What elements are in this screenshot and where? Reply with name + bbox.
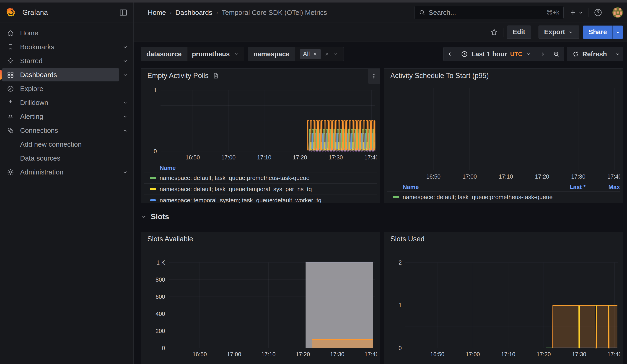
chevron-up-icon[interactable] [119,124,132,137]
active-indicator [0,70,1,80]
svg-text:16:50: 16:50 [430,351,445,357]
breadcrumb-dashboards[interactable]: Dashboards [175,9,212,16]
sidebar-item-alerting[interactable]: Alerting [2,110,119,123]
refresh-group: Refresh [567,47,623,61]
namespace-value[interactable]: All [295,47,344,61]
clear-all-icon[interactable] [324,52,329,56]
legend-column-name[interactable]: Name [403,363,419,364]
section-slots[interactable]: Slots [141,209,623,225]
svg-text:1: 1 [399,302,402,308]
svg-text:16:50: 16:50 [192,351,207,357]
panel-legend: NameLast *namespace: default; task_queue… [387,362,620,364]
share-menu-button[interactable] [612,26,623,39]
panel-legend: NameLast *Maxnamespace: default; task_qu… [387,183,620,203]
time-series-chart[interactable]: 02004006008001 K16:5017:0017:1017:2017:3… [144,246,377,361]
chevron-down-icon [578,9,584,15]
sidebar-item-connections[interactable]: Connections [2,124,119,137]
sidebar-item-starred[interactable]: Starred [2,54,119,67]
legend-column-name[interactable]: Name [159,164,176,171]
chevron-down-icon[interactable] [119,96,132,109]
legend-header: NameLast *Max [387,183,620,191]
share-button[interactable]: Share [583,26,612,39]
svg-text:17:40: 17:40 [607,173,620,180]
sidebar-item-administration[interactable]: Administration [2,166,119,179]
sidebar-row: Explore [0,82,132,95]
legend-column-max[interactable]: Max [586,184,620,191]
breadcrumb-separator: › [216,9,218,16]
favorite-star-icon[interactable] [489,27,500,38]
new-item-button[interactable] [569,9,584,16]
sidebar-item-drilldown[interactable]: Drilldown [2,96,119,109]
sidebar-item-dashboards[interactable]: Dashboards [2,68,119,81]
user-avatar[interactable] [612,7,623,18]
legend-column-last[interactable]: Last * [586,363,620,364]
time-range-group: Last 1 hour UTC [443,47,564,61]
chevron-down-icon[interactable] [119,166,132,179]
chip-remove-icon[interactable] [313,52,317,56]
legend-row[interactable]: namespace: temporal_system; task_queue:d… [144,195,377,203]
chevron-down-icon [333,51,339,57]
svg-text:400: 400 [156,311,165,317]
namespace-label: namespace [248,47,295,61]
sidebar-row: Add new connection [0,138,132,151]
sidebar-item-explore[interactable]: Explore [2,82,119,95]
time-series-chart[interactable]: 01216:5017:0017:1017:2017:3017:40 [387,246,620,361]
grafana-app: Grafana Home › Dashboards › Temporal Cor… [0,0,627,364]
sidebar-item-label: Add new connection [20,141,82,148]
zoom-out-time-button[interactable] [549,47,564,61]
breadcrumb: Home › Dashboards › Temporal Core SDK (O… [148,9,327,16]
time-range-picker[interactable]: Last 1 hour UTC [456,47,536,61]
sidebar-item-add-new-connection[interactable]: Add new connection [2,138,119,151]
toolbar-divider [503,28,503,37]
help-icon[interactable] [593,7,603,18]
datasource-value[interactable]: prometheus [187,47,244,61]
search-box[interactable]: ⌘+k [414,6,564,19]
series-name[interactable]: namespace: default; task_queue:prometheu… [403,194,553,201]
sidebar-item-label: Connections [20,127,58,134]
panel-description-icon[interactable] [212,72,219,79]
refresh-button[interactable]: Refresh [567,47,612,61]
legend-row[interactable]: namespace: default; task_queue:temporal_… [144,183,377,195]
chevron-down-icon[interactable] [119,54,132,67]
svg-text:17:30: 17:30 [328,154,343,160]
svg-text:16:50: 16:50 [186,154,200,160]
chevron-down-icon[interactable] [119,68,132,81]
svg-text:17:00: 17:00 [466,351,480,357]
time-shift-forward-button[interactable] [536,47,549,61]
legend-column-last[interactable]: Last * [343,363,377,364]
time-series-chart[interactable]: 16:5017:0017:1017:2017:3017:40 [387,83,620,182]
namespace-chip[interactable]: All [300,49,321,59]
search-input[interactable] [429,9,543,16]
sidebar-item-home[interactable]: Home [2,26,119,40]
sidebar-item-bookmarks[interactable]: Bookmarks [2,40,119,53]
legend-row[interactable]: namespace: default; task_queue:prometheu… [387,191,620,203]
panel-header[interactable]: Slots Available [144,232,377,246]
legend-column-name[interactable]: Name [403,184,419,191]
sidebar-item-label: Data sources [20,155,60,162]
section-title: Slots [151,212,169,221]
app-body: HomeBookmarksStarredDashboardsExploreDri… [0,23,627,364]
sidebar-toggle-icon[interactable] [118,7,129,18]
legend-row[interactable]: namespace: default; task_queue:prometheu… [144,172,377,183]
grafana-logo-icon[interactable] [5,7,16,18]
panel-menu-icon[interactable] [368,69,380,84]
chevron-down-icon[interactable] [119,41,132,53]
refresh-interval-button[interactable] [612,47,623,61]
time-series-chart[interactable]: 1016:5017:0017:1017:2017:3017:40 [144,83,377,163]
legend-column-name[interactable]: Name [159,363,176,364]
series-name[interactable]: namespace: temporal_system; task_queue:d… [159,197,321,203]
legend-column-last[interactable]: Last * [540,184,586,191]
panel-header[interactable]: Slots Used [387,232,620,246]
chevron-down-icon[interactable] [119,110,132,123]
breadcrumb-home[interactable]: Home [148,9,166,16]
series-name[interactable]: namespace: default; task_queue:prometheu… [159,174,310,182]
series-name[interactable]: namespace: default; task_queue:temporal_… [159,186,312,193]
edit-button[interactable]: Edit [507,26,531,39]
star-icon [7,57,14,64]
export-button[interactable]: Export [538,26,579,39]
sidebar-item-data-sources[interactable]: Data sources [2,152,119,165]
svg-text:17:00: 17:00 [227,351,241,357]
panel-header[interactable]: Activity Schedule To Start (p95) [387,69,620,83]
time-shift-back-button[interactable] [443,47,456,61]
panel-header[interactable]: Empty Activity Polls [144,69,377,83]
